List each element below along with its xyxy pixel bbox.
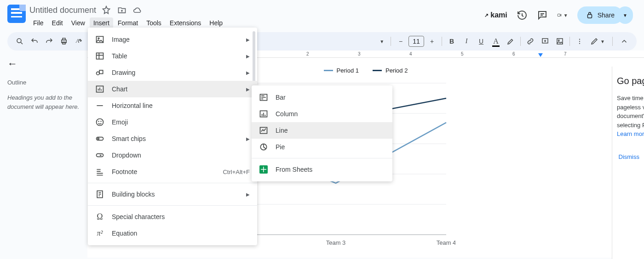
- pie-chart-icon: [259, 142, 268, 152]
- column-chart-icon: [259, 109, 268, 118]
- omega-icon: Ω: [95, 212, 104, 221]
- menu-insert[interactable]: Insert: [90, 17, 113, 28]
- outline-panel: ← Outline Headings you add to the docume…: [0, 51, 87, 250]
- comment-button[interactable]: [538, 34, 552, 48]
- menu-bar: File Edit View Insert Format Tools Exten…: [29, 17, 484, 28]
- svg-point-2: [17, 39, 21, 43]
- legend-label: Period 1: [337, 67, 359, 74]
- table-icon: [95, 51, 104, 61]
- link-button[interactable]: [523, 34, 537, 48]
- print-button[interactable]: [57, 34, 71, 48]
- svg-point-12: [579, 43, 580, 44]
- chart-pie[interactable]: Pie: [252, 139, 392, 155]
- chart-bar[interactable]: Bar: [252, 89, 392, 106]
- svg-point-9: [558, 40, 559, 41]
- search-button[interactable]: [13, 34, 27, 48]
- insert-table[interactable]: Table▶: [88, 48, 257, 64]
- highlight-button[interactable]: [504, 34, 518, 48]
- bold-button[interactable]: B: [445, 34, 459, 48]
- kami-extension[interactable]: ↗kami: [484, 11, 507, 19]
- insert-smart-chips[interactable]: Smart chips▶: [88, 130, 257, 147]
- insert-equation[interactable]: π²Equation: [88, 225, 257, 242]
- menu-format[interactable]: Format: [114, 17, 142, 28]
- menu-file[interactable]: File: [29, 17, 47, 28]
- ruler-mark: 4: [409, 51, 412, 56]
- x-axis-label: Team 3: [326, 239, 346, 246]
- star-icon[interactable]: [102, 6, 111, 15]
- share-button[interactable]: Share: [577, 6, 623, 24]
- history-icon[interactable]: [517, 10, 528, 21]
- insert-horizontal-line[interactable]: Horizontal line: [88, 97, 257, 114]
- chart-from-sheets[interactable]: From Sheets: [252, 161, 392, 178]
- menu-extensions[interactable]: Extensions: [166, 17, 205, 28]
- document-title[interactable]: Untitled document: [29, 6, 96, 15]
- insert-image-button[interactable]: [553, 34, 567, 48]
- svg-rect-8: [557, 39, 563, 44]
- editing-mode-button[interactable]: ▼: [587, 34, 608, 48]
- promo-heading: Go pageless: [617, 76, 639, 86]
- legend-item: Period 2: [373, 67, 408, 74]
- promo-dismiss[interactable]: Dismiss: [619, 153, 640, 160]
- underline-button[interactable]: U: [474, 34, 488, 48]
- more-button[interactable]: [573, 34, 586, 48]
- chart-submenu: Bar Column Line Pie From Sheets: [252, 85, 392, 181]
- svg-point-11: [579, 41, 580, 42]
- promo-learn-more[interactable]: Learn more: [617, 130, 644, 137]
- equation-icon: π²: [95, 229, 104, 238]
- menu-edit[interactable]: Edit: [48, 17, 67, 28]
- menu-view[interactable]: View: [68, 17, 89, 28]
- move-icon[interactable]: [117, 6, 126, 15]
- insert-drawing[interactable]: Drawing▶: [88, 64, 257, 81]
- format-paint-button[interactable]: A: [72, 34, 86, 48]
- ruler-mark: 2: [306, 51, 309, 56]
- legend-swatch: [373, 70, 382, 71]
- svg-point-20: [98, 121, 99, 122]
- docs-logo-icon[interactable]: [7, 5, 26, 23]
- comments-icon[interactable]: [537, 10, 548, 21]
- ruler-mark: 5: [461, 51, 464, 56]
- svg-point-10: [579, 39, 580, 39]
- insert-special-chars[interactable]: ΩSpecial characters: [88, 208, 257, 225]
- redo-button[interactable]: [42, 34, 56, 48]
- font-size-input[interactable]: 11: [408, 36, 424, 47]
- chevron-down-icon: ▼: [564, 13, 568, 18]
- hline-icon: [95, 101, 104, 110]
- ruler-indicator-icon[interactable]: [538, 53, 543, 57]
- back-arrow-icon[interactable]: ←: [7, 58, 80, 70]
- shortcut-label: Ctrl+Alt+F: [223, 169, 250, 175]
- chart-line[interactable]: Line: [252, 122, 392, 139]
- svg-rect-17: [99, 70, 103, 74]
- insert-image[interactable]: Image▶: [88, 31, 257, 48]
- insert-building-blocks[interactable]: Building blocks▶: [88, 186, 257, 203]
- share-dropdown[interactable]: ▼: [617, 6, 633, 24]
- chevron-down-icon[interactable]: ▼: [380, 39, 384, 44]
- svg-point-21: [101, 121, 101, 122]
- font-size-increase[interactable]: +: [425, 34, 439, 48]
- svg-rect-4: [63, 38, 65, 40]
- chart-column[interactable]: Column: [252, 106, 392, 122]
- legend-swatch: [324, 70, 333, 71]
- meet-icon[interactable]: ▼: [557, 10, 568, 21]
- insert-emoji[interactable]: Emoji: [88, 114, 257, 130]
- text-color-button[interactable]: A: [489, 34, 503, 48]
- cloud-status-icon[interactable]: [133, 6, 142, 15]
- svg-text:A: A: [75, 38, 80, 44]
- building-blocks-icon: [95, 190, 104, 199]
- font-size-decrease[interactable]: −: [394, 34, 408, 48]
- svg-point-19: [97, 119, 104, 126]
- insert-dropdown[interactable]: Dropdown: [88, 147, 257, 163]
- outline-hint: Headings you add to the document will ap…: [7, 93, 80, 111]
- insert-chart[interactable]: Chart▶: [88, 81, 257, 97]
- ruler-mark: 6: [512, 51, 515, 56]
- menu-tools[interactable]: Tools: [143, 17, 165, 28]
- italic-button[interactable]: I: [460, 34, 473, 48]
- collapse-button[interactable]: [617, 34, 631, 48]
- smart-chips-icon: [95, 134, 104, 143]
- pageless-promo-panel: Go pageless Save time scrolling through …: [612, 67, 644, 259]
- emoji-icon: [95, 118, 104, 127]
- menu-help[interactable]: Help: [206, 17, 226, 28]
- undo-button[interactable]: [28, 34, 41, 48]
- line-chart-icon: [259, 126, 268, 135]
- insert-footnote[interactable]: FootnoteCtrl+Alt+F: [88, 163, 257, 180]
- image-icon: [95, 35, 104, 44]
